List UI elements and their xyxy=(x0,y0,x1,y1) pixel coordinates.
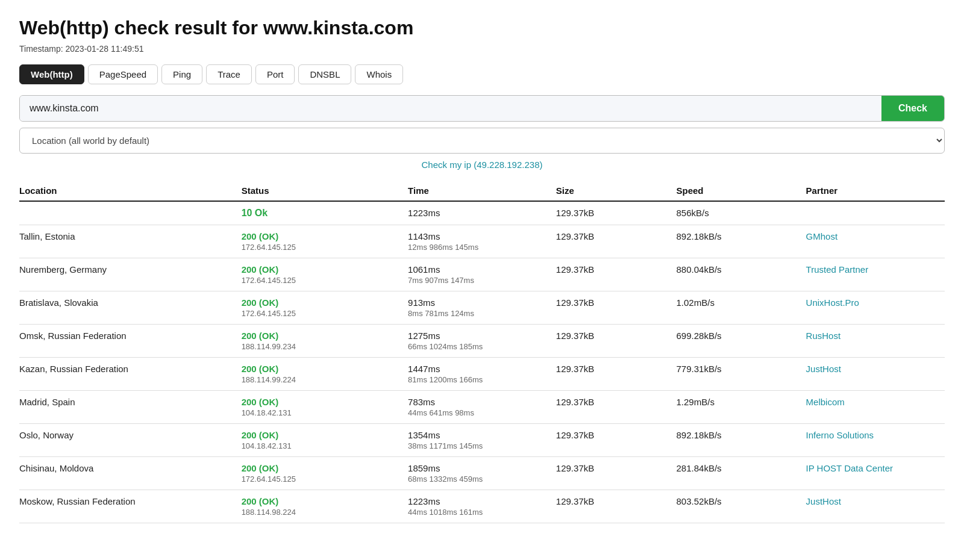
tab-port[interactable]: Port xyxy=(255,64,295,84)
search-bar: Check xyxy=(19,95,945,122)
cell-partner[interactable]: RusHost xyxy=(806,325,945,358)
col-header-partner: Partner xyxy=(806,181,945,201)
cell-time: 1354ms 38ms 1171ms 145ms xyxy=(408,424,556,457)
tab-webhttp[interactable]: Web(http) xyxy=(19,64,84,84)
cell-speed: 779.31kB/s xyxy=(677,358,806,391)
cell-status: 200 (OK) 172.64.145.125 xyxy=(242,225,408,258)
cell-status: 200 (OK) 188.114.99.224 xyxy=(242,358,408,391)
tab-whois[interactable]: Whois xyxy=(355,64,403,84)
cell-speed: 281.84kB/s xyxy=(677,457,806,490)
table-row: Tallin, Estonia 200 (OK) 172.64.145.125 … xyxy=(19,225,945,258)
summary-row: 10 Ok 1223ms 129.37kB 856kB/s xyxy=(19,201,945,225)
table-row: Madrid, Spain 200 (OK) 104.18.42.131 783… xyxy=(19,391,945,424)
cell-size: 129.37kB xyxy=(556,457,677,490)
cell-size: 129.37kB xyxy=(556,490,677,523)
partner-link[interactable]: JustHost xyxy=(806,364,841,374)
cell-location: Moskow, Russian Federation xyxy=(19,490,242,523)
cell-location: Oslo, Norway xyxy=(19,424,242,457)
cell-location: Madrid, Spain xyxy=(19,391,242,424)
cell-status: 200 (OK) 188.114.99.234 xyxy=(242,325,408,358)
summary-partner xyxy=(806,201,945,225)
partner-link[interactable]: Inferno Solutions xyxy=(806,430,874,440)
partner-link[interactable]: UnixHost.Pro xyxy=(806,297,859,308)
col-header-time: Time xyxy=(408,181,556,201)
partner-link[interactable]: Melbicom xyxy=(806,397,845,407)
tab-bar: Web(http) PageSpeed Ping Trace Port DNSB… xyxy=(19,64,945,84)
cell-partner[interactable]: JustHost xyxy=(806,358,945,391)
cell-partner[interactable]: UnixHost.Pro xyxy=(806,291,945,325)
cell-status: 200 (OK) 104.18.42.131 xyxy=(242,391,408,424)
cell-size: 129.37kB xyxy=(556,258,677,291)
cell-time: 1447ms 81ms 1200ms 166ms xyxy=(408,358,556,391)
location-select[interactable]: Location (all world by default) xyxy=(19,128,945,154)
partner-link[interactable]: GMhost xyxy=(806,231,838,241)
cell-speed: 1.29mB/s xyxy=(677,391,806,424)
cell-speed: 1.02mB/s xyxy=(677,291,806,325)
check-button[interactable]: Check xyxy=(881,96,944,121)
cell-size: 129.37kB xyxy=(556,225,677,258)
cell-location: Kazan, Russian Federation xyxy=(19,358,242,391)
cell-status: 200 (OK) 188.114.98.224 xyxy=(242,490,408,523)
table-row: Omsk, Russian Federation 200 (OK) 188.11… xyxy=(19,325,945,358)
summary-status: 10 Ok xyxy=(242,201,408,225)
cell-time: 1143ms 12ms 986ms 145ms xyxy=(408,225,556,258)
col-header-speed: Speed xyxy=(677,181,806,201)
cell-size: 129.37kB xyxy=(556,391,677,424)
col-header-status: Status xyxy=(242,181,408,201)
timestamp: Timestamp: 2023-01-28 11:49:51 xyxy=(19,44,945,54)
cell-status: 200 (OK) 172.64.145.125 xyxy=(242,258,408,291)
tab-ping[interactable]: Ping xyxy=(161,64,202,84)
cell-status: 200 (OK) 172.64.145.125 xyxy=(242,457,408,490)
search-input[interactable] xyxy=(20,96,881,121)
cell-partner[interactable]: Trusted Partner xyxy=(806,258,945,291)
cell-status: 200 (OK) 104.18.42.131 xyxy=(242,424,408,457)
table-row: Kazan, Russian Federation 200 (OK) 188.1… xyxy=(19,358,945,391)
page-title: Web(http) check result for www.kinsta.co… xyxy=(19,17,945,39)
cell-location: Nuremberg, Germany xyxy=(19,258,242,291)
tab-trace[interactable]: Trace xyxy=(206,64,252,84)
partner-link[interactable]: RusHost xyxy=(806,331,841,341)
tab-pagespeed[interactable]: PageSpeed xyxy=(88,64,158,84)
cell-time: 1859ms 68ms 1332ms 459ms xyxy=(408,457,556,490)
cell-speed: 892.18kB/s xyxy=(677,225,806,258)
check-ip-link[interactable]: Check my ip (49.228.192.238) xyxy=(19,160,945,170)
cell-location: Bratislava, Slovakia xyxy=(19,291,242,325)
cell-status: 200 (OK) 172.64.145.125 xyxy=(242,291,408,325)
tab-dnsbl[interactable]: DNSBL xyxy=(298,64,351,84)
summary-time: 1223ms xyxy=(408,201,556,225)
cell-location: Omsk, Russian Federation xyxy=(19,325,242,358)
cell-partner[interactable]: Inferno Solutions xyxy=(806,424,945,457)
results-table: Location Status Time Size Speed Partner … xyxy=(19,181,945,523)
partner-link[interactable]: Trusted Partner xyxy=(806,264,869,275)
col-header-location: Location xyxy=(19,181,242,201)
cell-speed: 880.04kB/s xyxy=(677,258,806,291)
cell-size: 129.37kB xyxy=(556,358,677,391)
cell-speed: 699.28kB/s xyxy=(677,325,806,358)
cell-location: Tallin, Estonia xyxy=(19,225,242,258)
cell-size: 129.37kB xyxy=(556,291,677,325)
table-row: Nuremberg, Germany 200 (OK) 172.64.145.1… xyxy=(19,258,945,291)
cell-partner[interactable]: Melbicom xyxy=(806,391,945,424)
cell-size: 129.37kB xyxy=(556,424,677,457)
cell-time: 783ms 44ms 641ms 98ms xyxy=(408,391,556,424)
table-row: Bratislava, Slovakia 200 (OK) 172.64.145… xyxy=(19,291,945,325)
table-row: Moskow, Russian Federation 200 (OK) 188.… xyxy=(19,490,945,523)
cell-partner[interactable]: IP HOST Data Center xyxy=(806,457,945,490)
cell-time: 913ms 8ms 781ms 124ms xyxy=(408,291,556,325)
cell-size: 129.37kB xyxy=(556,325,677,358)
summary-location xyxy=(19,201,242,225)
cell-partner[interactable]: GMhost xyxy=(806,225,945,258)
cell-time: 1275ms 66ms 1024ms 185ms xyxy=(408,325,556,358)
partner-link[interactable]: JustHost xyxy=(806,496,841,506)
summary-size: 129.37kB xyxy=(556,201,677,225)
cell-time: 1223ms 44ms 1018ms 161ms xyxy=(408,490,556,523)
cell-speed: 892.18kB/s xyxy=(677,424,806,457)
cell-partner[interactable]: JustHost xyxy=(806,490,945,523)
partner-link[interactable]: IP HOST Data Center xyxy=(806,463,894,473)
col-header-size: Size xyxy=(556,181,677,201)
cell-location: Chisinau, Moldova xyxy=(19,457,242,490)
cell-time: 1061ms 7ms 907ms 147ms xyxy=(408,258,556,291)
cell-speed: 803.52kB/s xyxy=(677,490,806,523)
summary-speed: 856kB/s xyxy=(677,201,806,225)
table-row: Oslo, Norway 200 (OK) 104.18.42.131 1354… xyxy=(19,424,945,457)
